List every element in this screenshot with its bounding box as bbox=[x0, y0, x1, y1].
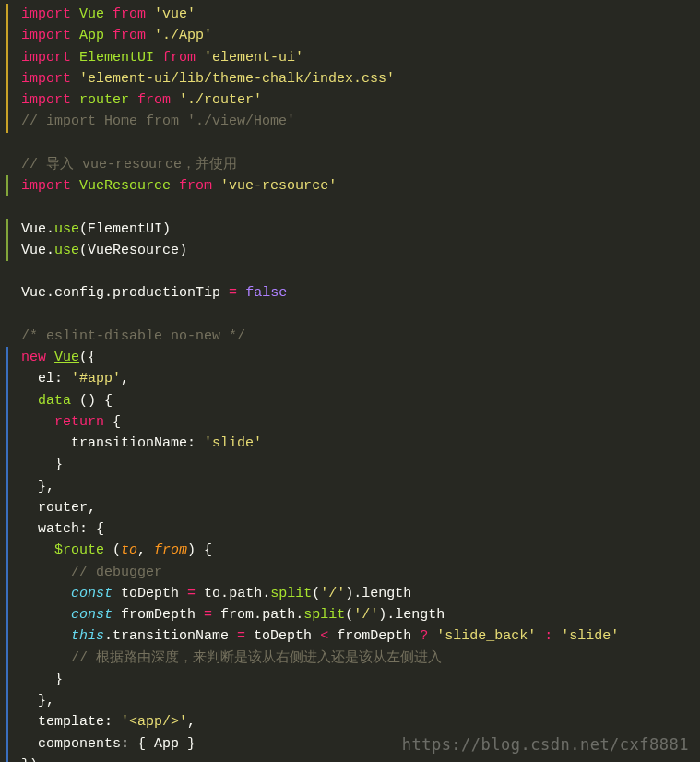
code-line: } bbox=[6, 454, 696, 475]
code-token: , bbox=[121, 371, 129, 387]
code-line: watch: { bbox=[6, 518, 696, 540]
code-token bbox=[21, 414, 54, 430]
code-token bbox=[237, 285, 245, 301]
code-token: // debugger bbox=[71, 565, 162, 580]
code-token: '/' bbox=[353, 607, 378, 623]
code-token: const bbox=[71, 586, 113, 601]
code-token: }, bbox=[21, 479, 54, 494]
code-token: Vue bbox=[79, 6, 104, 22]
code-token: = bbox=[187, 586, 196, 601]
code-line: /* eslint-disable no-new */ bbox=[6, 326, 696, 347]
code-line: Vue.config.productionTip = false bbox=[6, 282, 696, 304]
code-token: = bbox=[229, 285, 237, 301]
code-token bbox=[196, 607, 204, 623]
code-token bbox=[146, 28, 154, 43]
code-token: . bbox=[386, 607, 395, 623]
code-token: : bbox=[544, 628, 552, 644]
code-token bbox=[71, 6, 79, 22]
code-token: ElementUI bbox=[79, 50, 154, 65]
code-token: '#app' bbox=[71, 371, 121, 387]
code-token: './App' bbox=[154, 28, 212, 43]
code-token: './router' bbox=[179, 92, 262, 108]
code-token: from bbox=[113, 6, 146, 22]
code-token bbox=[129, 92, 137, 108]
code-token: . bbox=[104, 285, 113, 301]
code-token: . bbox=[262, 586, 270, 601]
code-token: toDepth bbox=[245, 628, 320, 644]
code-token: 'slide_back' bbox=[436, 628, 536, 644]
code-token: from bbox=[212, 607, 254, 623]
code-token: : { bbox=[79, 521, 104, 537]
code-token: }) bbox=[21, 757, 38, 762]
code-token bbox=[220, 285, 229, 301]
code-token: new bbox=[21, 350, 46, 365]
code-token bbox=[552, 628, 561, 644]
code-token: length bbox=[362, 586, 411, 601]
code-token: this bbox=[71, 628, 104, 644]
code-line: }, bbox=[6, 476, 696, 497]
code-token: length bbox=[395, 607, 445, 623]
code-line: import router from './router' bbox=[6, 89, 696, 111]
code-token: config bbox=[54, 285, 104, 301]
code-line: const fromDepth = from.path.split('/').l… bbox=[6, 604, 696, 625]
code-token: 'slide' bbox=[204, 435, 262, 451]
code-token bbox=[21, 586, 71, 601]
code-token bbox=[113, 586, 121, 601]
code-token: // 根据路由深度，来判断是该从右侧进入还是该从左侧进入 bbox=[71, 650, 442, 666]
code-token bbox=[21, 307, 30, 323]
code-token: router bbox=[79, 92, 129, 108]
code-token bbox=[21, 607, 71, 623]
code-token bbox=[104, 28, 113, 43]
code-token bbox=[71, 50, 79, 65]
code-token: path bbox=[229, 586, 262, 601]
code-token: ( bbox=[345, 607, 353, 623]
code-line: // debugger bbox=[6, 562, 696, 583]
code-token: from bbox=[162, 50, 196, 65]
code-token: Vue bbox=[21, 243, 46, 258]
code-token bbox=[71, 92, 79, 108]
code-token: data bbox=[38, 393, 71, 409]
code-token: fromDepth bbox=[328, 628, 420, 644]
code-line: router, bbox=[6, 497, 696, 518]
code-line: template: '<app/>', bbox=[6, 711, 696, 732]
code-token bbox=[212, 178, 220, 194]
code-line: }, bbox=[6, 690, 696, 711]
code-line: import ElementUI from 'element-ui' bbox=[6, 47, 696, 68]
code-token bbox=[21, 393, 38, 409]
code-token: . bbox=[46, 243, 54, 258]
code-token: transitionName bbox=[21, 435, 187, 451]
code-line: new Vue({ bbox=[6, 347, 696, 368]
code-line bbox=[6, 133, 696, 154]
code-token: }, bbox=[21, 693, 54, 708]
code-line: el: '#app', bbox=[6, 368, 696, 389]
code-token: ? bbox=[420, 628, 428, 644]
code-token: template bbox=[21, 714, 104, 730]
code-token bbox=[21, 199, 30, 215]
code-token: . bbox=[46, 221, 54, 237]
code-token: // import Home from './view/Home' bbox=[21, 113, 295, 129]
code-token bbox=[428, 628, 436, 644]
code-token: . bbox=[295, 607, 303, 623]
code-token: Vue bbox=[54, 350, 79, 365]
code-token: : bbox=[187, 435, 204, 451]
code-line: transitionName: 'slide' bbox=[6, 433, 696, 454]
code-line: import 'element-ui/lib/theme-chalk/index… bbox=[6, 68, 696, 89]
code-token: from bbox=[113, 28, 146, 43]
code-token: split bbox=[270, 586, 312, 601]
code-token bbox=[71, 178, 79, 194]
code-token: < bbox=[320, 628, 328, 644]
code-token: return bbox=[54, 414, 104, 430]
code-token: import bbox=[21, 28, 71, 43]
code-token bbox=[171, 92, 179, 108]
code-token: '<app/>' bbox=[121, 714, 187, 730]
code-token: false bbox=[245, 285, 287, 301]
code-token: ) bbox=[162, 221, 171, 237]
code-token: ) bbox=[378, 607, 386, 623]
code-token: path bbox=[262, 607, 295, 623]
code-token bbox=[21, 264, 30, 280]
code-token: el bbox=[21, 371, 54, 387]
code-token: ) bbox=[345, 586, 353, 601]
code-token: split bbox=[303, 607, 345, 623]
code-token: { bbox=[104, 414, 121, 430]
code-token: 'element-ui' bbox=[204, 50, 303, 65]
